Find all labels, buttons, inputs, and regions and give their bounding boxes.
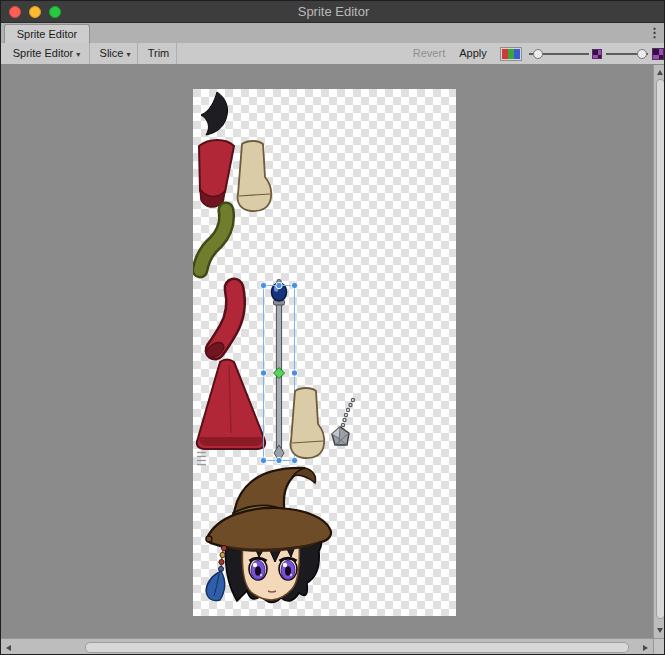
sprite-editor-window: Sprite Editor Sprite Editor ⋮ Sprite Edi…	[0, 0, 665, 655]
face-detail-lines-sprite[interactable]	[197, 453, 206, 465]
left-eye	[249, 558, 267, 580]
tan-boot-sprite[interactable]	[238, 141, 272, 211]
green-scarf-sprite[interactable]	[200, 210, 227, 270]
horizontal-scrollbar-thumb[interactable]	[85, 642, 629, 653]
tab-bar: Sprite Editor ⋮	[1, 23, 665, 43]
chevron-down-icon: ▾	[76, 50, 80, 59]
sprite-sheet-image	[193, 89, 456, 616]
vertical-scrollbar-thumb[interactable]	[656, 79, 665, 619]
scroll-up-arrow-icon[interactable]	[657, 70, 663, 75]
tab-label: Sprite Editor	[17, 28, 78, 40]
silver-amulet-sprite[interactable]	[332, 398, 355, 445]
scroll-right-arrow-icon[interactable]	[643, 645, 648, 651]
apply-button[interactable]: Apply	[453, 43, 493, 64]
mip-level-slider[interactable]	[606, 43, 648, 65]
zoom-slider[interactable]	[529, 43, 589, 65]
horizontal-scrollbar[interactable]	[1, 638, 653, 655]
vertical-scrollbar[interactable]	[653, 65, 665, 638]
slice-dropdown-label: Slice	[100, 47, 124, 59]
tab-sprite-editor[interactable]: Sprite Editor	[4, 24, 90, 43]
mip-slider-knob[interactable]	[637, 49, 647, 59]
scrollbar-corner	[653, 638, 665, 655]
red-arm-sprite[interactable]	[203, 288, 235, 361]
sprite-canvas[interactable]	[1, 65, 665, 655]
window-menu-icon[interactable]: ⋮	[648, 23, 661, 43]
rgb-channels-icon	[502, 49, 520, 59]
zoom-slider-knob[interactable]	[533, 49, 543, 59]
right-eye	[279, 558, 297, 580]
tan-boot-2-sprite[interactable]	[291, 388, 325, 458]
scroll-left-arrow-icon[interactable]	[6, 645, 11, 651]
red-sleeve-sprite[interactable]	[199, 140, 234, 207]
window-title: Sprite Editor	[1, 1, 665, 23]
toolbar: Sprite Editor▾ Slice▾ Trim Revert Apply	[1, 43, 665, 65]
revert-button[interactable]: Revert	[408, 43, 450, 64]
rgb-channels-button[interactable]	[500, 47, 522, 61]
chevron-down-icon: ▾	[126, 50, 130, 59]
red-robe-skirt-sprite[interactable]	[197, 360, 265, 450]
mode-dropdown-label: Sprite Editor	[13, 47, 74, 59]
slice-dropdown[interactable]: Slice▾	[93, 43, 138, 64]
hair-tuft-sprite[interactable]	[201, 92, 228, 135]
mip-texture-icon	[592, 49, 602, 59]
pivot-handle[interactable]	[274, 368, 285, 379]
scroll-down-arrow-icon[interactable]	[657, 628, 663, 633]
witch-hat-head-sprite[interactable]	[206, 468, 331, 603]
mip-texture-icon-2	[652, 48, 664, 60]
trim-button[interactable]: Trim	[141, 43, 177, 64]
window-titlebar: Sprite Editor	[1, 1, 665, 23]
sprite-editor-mode-dropdown[interactable]: Sprite Editor▾	[4, 43, 90, 64]
